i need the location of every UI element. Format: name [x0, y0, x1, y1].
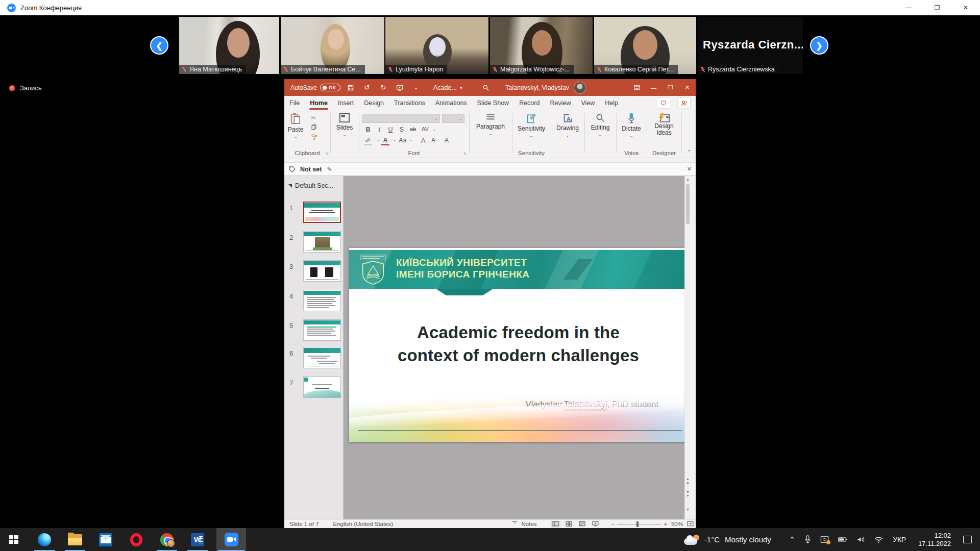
notes-button[interactable]: Notes: [521, 521, 536, 527]
paste-button[interactable]: Paste ⌄: [284, 113, 307, 139]
slide-thumbnail-3[interactable]: [303, 260, 341, 282]
taskbar-mail[interactable]: [94, 528, 117, 551]
autosave-toggle[interactable]: AutoSave Off: [290, 84, 340, 91]
taskbar-zoom[interactable]: [216, 528, 246, 551]
zoom-in-button[interactable]: +: [664, 521, 667, 527]
slide-thumbnail-2[interactable]: [303, 231, 341, 253]
save-button[interactable]: [345, 84, 357, 91]
clear-formatting-button[interactable]: A: [443, 137, 451, 144]
previous-participants-button[interactable]: ❮: [150, 36, 168, 55]
change-case-button[interactable]: Aa: [399, 137, 407, 144]
network-tray-icon[interactable]: [874, 536, 883, 543]
participant-tile[interactable]: Коваленко Сергій Пет...: [594, 17, 696, 74]
editing-button[interactable]: Editing ⌄: [585, 113, 615, 137]
language-indicator[interactable]: УКР: [893, 536, 905, 543]
chevron-down-icon[interactable]: ▾: [460, 85, 462, 90]
format-painter-button[interactable]: [311, 134, 317, 142]
fit-slide-button[interactable]: [687, 521, 694, 528]
chevron-down-icon[interactable]: ⌄: [430, 127, 438, 132]
shrink-font-button[interactable]: A: [429, 137, 437, 143]
new-slide-button[interactable]: Slides ⌄: [331, 113, 358, 137]
clock-widget[interactable]: 12:02 17.11.2022: [918, 532, 951, 548]
quick-access-chevron[interactable]: ⌄: [410, 85, 422, 90]
next-slide-button[interactable]: ▼▼: [685, 490, 691, 497]
tab-home[interactable]: Home: [305, 96, 333, 110]
participant-tile[interactable]: Małgorzata Wójtowicz-...: [490, 17, 593, 74]
slide-thumbnail-4[interactable]: [303, 290, 341, 311]
undo-button[interactable]: ↺: [361, 84, 373, 91]
tab-view[interactable]: View: [576, 96, 600, 110]
notes-collapse-icon[interactable]: ⌃: [512, 521, 518, 527]
font-color-button[interactable]: A: [381, 137, 389, 145]
hidden-icons-chevron[interactable]: ⌃: [789, 535, 796, 544]
document-name[interactable]: Acade...: [433, 84, 457, 91]
scroll-down-icon[interactable]: ▼: [685, 508, 691, 511]
start-slideshow-button[interactable]: [394, 84, 406, 91]
font-size-select[interactable]: ⌄: [442, 114, 464, 123]
sensitivity-button[interactable]: Sensitivity ⌄: [513, 113, 550, 138]
taskbar-chrome[interactable]: [155, 528, 179, 551]
collapse-ribbon-button[interactable]: ⌃: [687, 149, 692, 156]
slide-thumbnail-6[interactable]: [303, 347, 341, 368]
scroll-up-icon[interactable]: ▲: [685, 178, 691, 181]
volume-tray-icon[interactable]: [856, 536, 865, 543]
share-button[interactable]: [677, 97, 691, 109]
participant-tile[interactable]: Lyudmyla Hapon: [385, 17, 488, 74]
canvas-scrollbar[interactable]: ▲ ▲▲ ▼▼ ▼: [684, 176, 690, 519]
chevron-down-icon[interactable]: ⌄: [407, 137, 415, 142]
text-shadow-button[interactable]: S: [398, 126, 406, 133]
close-sensitivity-bar-button[interactable]: ✕: [687, 166, 692, 172]
character-spacing-button[interactable]: AV: [421, 126, 429, 132]
italic-button[interactable]: I: [375, 126, 383, 134]
participant-tile[interactable]: Бойчук Валентина Се...: [281, 17, 384, 74]
grow-font-button[interactable]: A: [419, 137, 427, 144]
slide-thumbnail-5[interactable]: [303, 319, 341, 341]
zoom-percentage[interactable]: 50%: [671, 521, 683, 527]
search-button[interactable]: [480, 84, 492, 91]
ppt-restore-button[interactable]: ❐: [662, 79, 679, 96]
account-avatar[interactable]: [574, 82, 586, 94]
copy-button[interactable]: [311, 124, 317, 132]
zoom-slider[interactable]: − +: [611, 521, 667, 527]
design-ideas-button[interactable]: Design Ideas: [648, 113, 680, 136]
start-button[interactable]: [2, 528, 26, 551]
cut-button[interactable]: ✂: [311, 114, 316, 121]
bold-button[interactable]: B: [364, 126, 372, 133]
screen-share-tray-icon[interactable]: [820, 536, 829, 543]
comments-button[interactable]: [657, 97, 670, 109]
scrollbar-thumb[interactable]: [686, 184, 690, 224]
previous-slide-button[interactable]: ▲▲: [685, 477, 691, 484]
highlight-color-button[interactable]: [364, 137, 372, 145]
action-center-icon[interactable]: [963, 536, 972, 543]
chevron-down-icon[interactable]: ⌄: [390, 137, 399, 142]
restore-button[interactable]: ❐: [923, 0, 951, 15]
taskbar-word[interactable]: W: [186, 528, 209, 551]
tab-animations[interactable]: Animations: [430, 96, 472, 110]
tab-help[interactable]: Help: [600, 96, 623, 110]
zoom-slider-thumb[interactable]: [636, 521, 639, 527]
participant-tile[interactable]: Яна Матюшинець: [179, 17, 279, 74]
redo-button[interactable]: ↻: [377, 84, 389, 91]
ppt-close-button[interactable]: ✕: [679, 79, 696, 96]
account-name[interactable]: Taianovskyi, Vladyslav: [505, 84, 569, 91]
strikethrough-button[interactable]: ab: [409, 126, 417, 132]
tab-insert[interactable]: Insert: [333, 96, 359, 110]
tab-transitions[interactable]: Transitions: [389, 96, 430, 110]
ppt-minimize-button[interactable]: —: [645, 79, 662, 96]
tab-review[interactable]: Review: [545, 96, 576, 110]
ribbon-display-options-button[interactable]: [628, 79, 645, 96]
taskbar-file-explorer[interactable]: [63, 528, 87, 551]
normal-view-button[interactable]: [551, 521, 560, 528]
font-dialog-launcher[interactable]: ⇘: [463, 151, 467, 156]
language-status[interactable]: English (United States): [333, 521, 394, 527]
participant-tile-no-video[interactable]: Ryszarda Cierzn... Ryszarda Cierzniewska: [698, 17, 803, 74]
reading-view-button[interactable]: [578, 521, 587, 528]
dictate-button[interactable]: Dictate ⌄: [617, 113, 646, 138]
next-participants-button[interactable]: ❯: [810, 36, 828, 55]
tab-slideshow[interactable]: Slide Show: [472, 96, 514, 110]
taskbar-edge[interactable]: [33, 528, 56, 551]
taskbar-opera[interactable]: [125, 528, 148, 551]
tab-design[interactable]: Design: [359, 96, 389, 110]
battery-tray-icon[interactable]: [838, 537, 847, 542]
slide-thumbnail-1[interactable]: [303, 202, 341, 223]
